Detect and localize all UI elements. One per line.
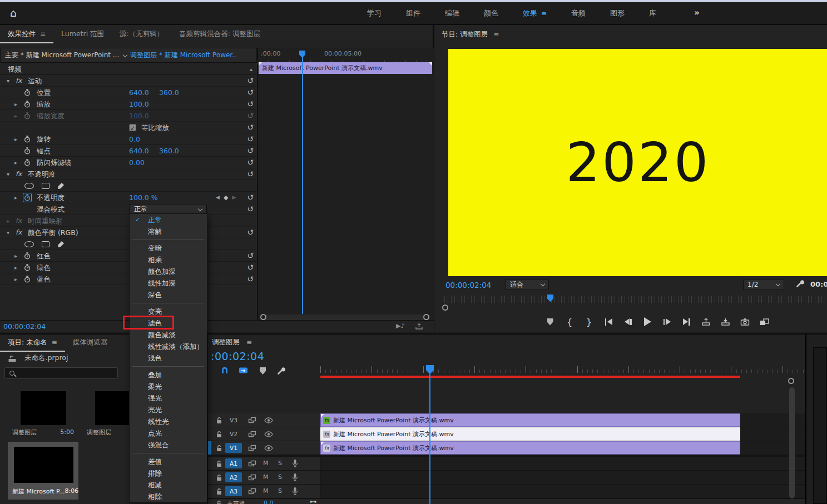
reset-icon[interactable]: ↺ (247, 133, 254, 145)
lock-icon[interactable] (216, 445, 222, 452)
search-box[interactable] (4, 367, 118, 379)
play-audio-icon[interactable]: ▶♪ (396, 322, 404, 330)
go-to-in-button[interactable] (602, 315, 615, 328)
zoom-handle-left[interactable] (260, 314, 266, 320)
expander-icon[interactable]: ▸ (14, 133, 17, 145)
blend-mode-option[interactable]: ✓ 浅色 (130, 352, 207, 364)
voiceover-mic-icon[interactable] (291, 473, 299, 482)
zoom-handle-right[interactable] (423, 314, 429, 320)
reset-icon[interactable]: ↺ (247, 87, 254, 98)
fx-icon[interactable]: fx (16, 75, 22, 87)
value-field[interactable]: 0.00 (129, 157, 153, 168)
expander-icon[interactable]: ▸ (14, 157, 17, 168)
overflow-chevron-icon[interactable]: » (694, 8, 700, 18)
timeline-clip[interactable]: fx 新建 Microsoft PowerPoint 演示文稿.wmv (320, 441, 740, 455)
blend-mode-option[interactable]: ✓ 滤色 (130, 317, 207, 329)
zoom-handle[interactable] (442, 305, 448, 311)
next-keyframe-icon[interactable]: ▶ (232, 192, 236, 203)
workspace-tab[interactable]: 效果≡ (523, 8, 547, 18)
source-patch[interactable] (208, 441, 211, 455)
mark-in-button[interactable]: { (563, 315, 576, 328)
workspace-tab[interactable]: 图形≡ (610, 8, 625, 18)
toggle-track-output-icon[interactable] (264, 431, 273, 437)
stopwatch-icon[interactable] (23, 112, 31, 120)
blend-mode-option[interactable]: ✓ 线性减淡（添加） (130, 341, 207, 352)
program-timecode[interactable]: 00:00:02:04 (445, 281, 491, 290)
stopwatch-icon[interactable] (23, 88, 31, 97)
panel-menu-icon[interactable]: ≡ (52, 338, 57, 346)
fx-icon[interactable]: fx (16, 227, 22, 238)
reset-icon[interactable]: ↺ (247, 250, 254, 262)
reset-icon[interactable]: ↺ (247, 157, 254, 168)
sync-lock-icon[interactable] (248, 460, 256, 467)
blend-mode-option[interactable]: ✓ (130, 451, 207, 456)
timeline-timecode[interactable]: :00:02:04 (211, 350, 264, 362)
timeline-ruler-ticks[interactable] (320, 366, 805, 373)
blend-mode-option[interactable]: ✓ 差值 (130, 456, 207, 467)
blend-mode-option[interactable]: ✓ 变暗 (130, 242, 207, 254)
extract-button[interactable] (719, 315, 732, 328)
add-marker-icon[interactable] (260, 367, 266, 375)
blend-mode-option[interactable]: ✓ 颜色加深 (130, 266, 207, 277)
sequence-clip-label[interactable]: 调整图层 * 新建 Microsoft Power... (130, 51, 236, 60)
stopwatch-icon[interactable] (23, 263, 31, 272)
blend-mode-option[interactable]: ✓ 溶解 (130, 226, 207, 237)
step-forward-button[interactable] (660, 315, 674, 328)
sync-lock-icon[interactable] (248, 417, 256, 424)
solo-button[interactable]: S (278, 473, 282, 481)
value-field[interactable]: 640.0 (129, 87, 153, 98)
collapse-icon[interactable]: ▴ (250, 64, 252, 75)
blend-mode-option[interactable]: ✓ 亮光 (130, 404, 207, 416)
blend-mode-option[interactable]: ✓ 点光 (130, 427, 207, 439)
track-target-button[interactable]: A1 (225, 458, 242, 468)
blend-mode-option[interactable]: ✓ (130, 301, 207, 306)
stopwatch-icon[interactable] (23, 135, 31, 143)
lock-icon[interactable] (216, 431, 222, 438)
value-field[interactable]: 100.0 % (129, 192, 158, 203)
lift-button[interactable] (699, 315, 712, 328)
track-target-button[interactable]: A3 (225, 486, 242, 496)
value-field[interactable]: 0.0 (129, 133, 153, 145)
track-target-button[interactable]: V1 (225, 443, 242, 453)
mute-button[interactable]: M (263, 460, 269, 467)
solo-button[interactable]: S (278, 460, 282, 467)
stopwatch-icon[interactable] (23, 100, 31, 108)
blend-mode-option[interactable]: ✓ 相乘 (130, 254, 207, 266)
panel-menu-icon[interactable]: ≡ (246, 338, 252, 346)
project-item[interactable]: 调整图层 5:00 (8, 387, 78, 441)
sync-lock-icon[interactable] (248, 431, 256, 438)
linked-selection-icon[interactable] (239, 366, 248, 375)
workspace-tab[interactable]: 颜色≡ (484, 8, 498, 18)
track-target-button[interactable]: V3 (225, 415, 242, 425)
vertical-scrollbar[interactable] (789, 387, 795, 498)
workspace-tab[interactable]: 编辑≡ (445, 8, 459, 18)
mute-button[interactable]: M (263, 473, 269, 481)
panel-tab[interactable]: Lumetri 范围≡ (53, 25, 112, 43)
toggle-track-output-icon[interactable] (264, 417, 273, 423)
reset-icon[interactable]: ↺ (247, 168, 254, 180)
play-button[interactable] (641, 315, 654, 328)
blend-mode-option[interactable]: ✓ 强混合 (130, 439, 207, 451)
project-file-name[interactable]: 未命名.prproj (24, 353, 68, 363)
program-zoom-bar[interactable] (440, 305, 824, 310)
expander-icon[interactable]: ▾ (7, 168, 9, 180)
stopwatch-icon[interactable] (23, 275, 31, 283)
expander-icon[interactable]: ▸ (7, 215, 9, 227)
zoom-level-select[interactable]: 适合 (506, 279, 549, 290)
sequence-title[interactable]: 调整图层≡ (212, 338, 252, 347)
ellipse-mask-icon[interactable] (24, 183, 34, 189)
export-icon[interactable] (415, 322, 423, 330)
program-monitor-title[interactable]: 节目: 调整图层≡ (442, 30, 499, 39)
comparison-view-button[interactable] (757, 315, 771, 328)
blend-mode-option[interactable]: ✓ 线性光 (130, 416, 207, 427)
blend-mode-option[interactable]: ✓ 颜色减淡 (130, 329, 207, 341)
value-field[interactable]: 100.0 (129, 98, 153, 110)
lock-icon[interactable] (216, 474, 222, 481)
value-field[interactable]: 100.0 (129, 110, 153, 122)
stopwatch-icon[interactable] (23, 147, 31, 155)
lock-icon[interactable] (216, 417, 222, 424)
reset-icon[interactable]: ↺ (247, 122, 254, 133)
panel-menu-icon[interactable]: ≡ (40, 30, 46, 38)
blend-mode-option[interactable]: ✓ 变亮 (130, 306, 207, 317)
panel-tab[interactable]: 效果控件≡ (0, 25, 53, 43)
